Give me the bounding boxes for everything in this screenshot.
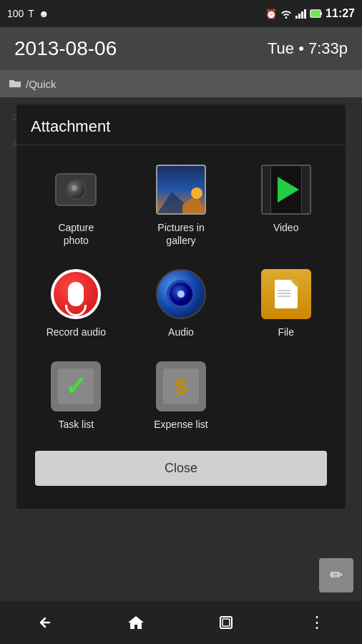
status-alarm-icon: ⏰ (265, 9, 277, 19)
back-arrow-icon (35, 615, 55, 630)
breadcrumb-bar: /Quick (0, 70, 362, 97)
svg-rect-2 (301, 11, 303, 19)
expense-inner-box: $ (163, 369, 199, 404)
attachment-grid: Capturephoto (24, 157, 338, 438)
record-audio-item[interactable]: Record audio (24, 261, 129, 346)
status-t-icon: T (28, 8, 34, 19)
close-button[interactable]: Close (35, 451, 327, 486)
header-date: 2013-08-06 (14, 37, 117, 60)
pictures-gallery-icon (155, 164, 207, 215)
home-icon (127, 614, 145, 631)
status-signal-icon (295, 9, 307, 19)
file-icon-wrap (260, 268, 312, 320)
nav-more-button[interactable]: ⋮ (295, 608, 338, 637)
capture-photo-label: Capturephoto (58, 221, 94, 247)
dollar-sign-icon: $ (175, 374, 187, 399)
task-list-label: Task list (58, 418, 94, 431)
more-dots-icon: ⋮ (309, 613, 325, 632)
mic-body (68, 282, 84, 306)
file-paper (275, 280, 298, 308)
camera-icon (55, 173, 97, 206)
gallery-icon (156, 165, 206, 215)
header-bar: 2013-08-06 Tue • 7:33p (0, 27, 362, 70)
video-item[interactable]: Video (233, 157, 338, 254)
pictures-gallery-item[interactable]: Pictures ingallery (129, 157, 234, 254)
capture-photo-icon (50, 164, 102, 215)
audio-disk (167, 280, 195, 308)
audio-icon (156, 269, 206, 319)
modal-footer: Close (24, 445, 338, 497)
expense-list-item[interactable]: $ Expense list (129, 353, 234, 438)
status-right: ⏰ 11:27 (265, 7, 355, 20)
edit-pencil-icon: ✏ (330, 566, 343, 585)
video-label: Video (273, 221, 299, 234)
svg-rect-0 (295, 16, 298, 19)
svg-rect-3 (304, 9, 306, 19)
main-content: 이 첫 번째 노트에... 사용법(사용법) 노트... Attachment (0, 97, 362, 601)
status-left: 100 T ☻ (7, 8, 49, 19)
task-icon: ✓ (51, 361, 101, 411)
svg-rect-11 (222, 619, 230, 626)
breadcrumb-path: /Quick (26, 78, 57, 90)
film-strip-left (263, 166, 271, 213)
status-smiley-icon: ☻ (39, 8, 49, 19)
folder-icon (9, 79, 21, 89)
svg-rect-1 (298, 14, 300, 19)
file-lines (278, 290, 290, 291)
record-audio-icon-wrap (50, 268, 102, 320)
audio-item[interactable]: Audio (129, 261, 234, 346)
expense-list-label: Expense list (154, 418, 207, 431)
modal-body: Capturephoto (16, 145, 346, 509)
status-time: 11:27 (326, 7, 355, 20)
attachment-modal: Attachment Capturephoto (16, 104, 346, 509)
nav-back-button[interactable] (24, 608, 67, 637)
mic-stand (65, 305, 87, 316)
video-icon-wrap (260, 164, 312, 215)
capture-photo-item[interactable]: Capturephoto (24, 157, 129, 254)
gallery-mountain-svg (157, 185, 206, 213)
status-bar: 100 T ☻ ⏰ 11:27 (0, 0, 362, 27)
expense-icon: $ (156, 361, 206, 411)
play-triangle-icon (278, 177, 299, 203)
pictures-gallery-label: Pictures ingallery (157, 221, 204, 247)
bottom-nav: ⋮ (0, 601, 362, 644)
microphone-icon (51, 269, 101, 319)
edit-fab-button[interactable]: ✏ (319, 558, 353, 592)
file-item[interactable]: File (233, 261, 338, 346)
svg-point-9 (191, 187, 202, 199)
checkmark-icon: ✓ (64, 373, 87, 400)
file-icon (261, 269, 311, 319)
file-label: File (278, 326, 294, 338)
audio-center-dot (177, 291, 185, 298)
nav-recents-button[interactable] (205, 608, 248, 637)
header-time: Tue • 7:33p (268, 39, 348, 58)
status-wifi-icon (280, 9, 293, 19)
task-list-icon-wrap: ✓ (50, 361, 102, 412)
audio-icon-wrap (155, 268, 207, 320)
expense-list-icon-wrap: $ (155, 361, 207, 412)
task-list-item[interactable]: ✓ Task list (24, 353, 129, 438)
modal-title: Attachment (16, 104, 346, 145)
camera-lens (65, 179, 87, 200)
task-check-box: ✓ (58, 369, 94, 404)
status-battery-text: 100 (7, 8, 24, 19)
recents-icon (218, 615, 234, 630)
status-battery-icon (310, 9, 323, 19)
svg-rect-5 (321, 12, 322, 15)
svg-rect-6 (311, 11, 320, 16)
video-icon (261, 165, 311, 215)
modal-overlay: Attachment Capturephoto (0, 97, 362, 601)
audio-label: Audio (168, 326, 194, 338)
nav-home-button[interactable] (114, 608, 157, 637)
record-audio-label: Record audio (47, 326, 106, 338)
film-strip-right (301, 166, 310, 213)
